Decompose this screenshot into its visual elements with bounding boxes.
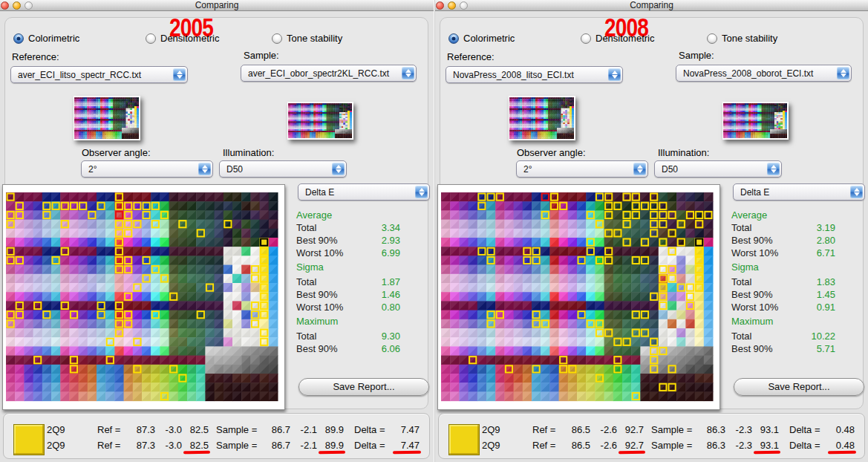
ref-l-value: 86.5 — [564, 424, 590, 435]
section-maximum: Maximum — [731, 315, 835, 328]
color-chart-canvas[interactable] — [438, 185, 719, 409]
sample-label: Sample: — [679, 50, 714, 61]
close-button-icon[interactable] — [436, 1, 444, 10]
sample-chart-thumbnail — [722, 102, 789, 140]
reference-select[interactable]: aver_ECI_litso_spectr_RCC.txt — [10, 66, 188, 83]
radio-button-icon[interactable] — [581, 33, 591, 44]
illumination-label: Illumination: — [658, 147, 709, 158]
save-report-button[interactable]: Save Report... — [298, 378, 429, 396]
stat-value: 6.99 — [382, 247, 400, 259]
patch-detail-rows: 2Q9 Ref = 87.3 -3.0 82.5 Sample = 86.7 -… — [47, 422, 420, 453]
zoom-button-icon[interactable] — [460, 1, 468, 10]
stat-value: 2.93 — [382, 234, 400, 247]
stat-row: Best 90%1.46 — [296, 288, 400, 301]
title-bar[interactable]: Comparing — [435, 0, 868, 11]
observer-angle-select[interactable]: 2° — [81, 160, 213, 178]
sample-a-value: -2.3 — [725, 424, 752, 435]
delta-label: Delta = — [354, 440, 391, 451]
patch-detail-row: 2Q9 Ref = 87.3 -3.0 82.5 Sample = 86.7 -… — [47, 422, 420, 437]
radio-button-icon[interactable] — [272, 33, 282, 44]
popup-arrows-icon — [332, 163, 345, 175]
stat-label: Total — [296, 221, 316, 234]
color-chart-canvas[interactable] — [3, 185, 284, 409]
stat-value: 1.87 — [382, 276, 400, 288]
sample-l-value: 86.7 — [264, 440, 290, 451]
patch-color-swatch — [13, 424, 45, 455]
ref-label: Ref = — [97, 440, 128, 451]
patch-id: 2Q9 — [47, 424, 94, 435]
statistics-panel: Average Total3.19 Best 90%2.80 Worst 10%… — [731, 207, 835, 355]
observer-angle-value: 2° — [523, 164, 532, 175]
delta-value annotation-underline: 0.48 — [826, 440, 855, 451]
radio-label: Densitometric — [160, 33, 219, 44]
statistics-panel: Average Total3.34 Best 90%2.93 Worst 10%… — [296, 207, 400, 355]
patch-id: 2Q9 — [482, 440, 529, 451]
ref-label: Ref = — [97, 424, 128, 435]
stat-row: Best 90%1.45 — [731, 288, 835, 301]
patch-id: 2Q9 — [482, 424, 529, 435]
section-sigma: Sigma — [731, 261, 835, 273]
radio-label: Tone stability — [287, 33, 342, 44]
radio-tone-stability[interactable]: Tone stability — [707, 33, 777, 44]
illumination-value: D50 — [662, 164, 678, 175]
radio-densitometric[interactable]: Densitometric — [146, 33, 219, 44]
sample-select[interactable]: aver_ECI_obor_spectr2KL_RCC.txt — [241, 65, 417, 82]
illumination-label: Illumination: — [223, 147, 274, 158]
zoom-button-icon[interactable] — [25, 1, 33, 10]
observer-angle-select[interactable]: 2° — [516, 160, 648, 178]
stat-value: 10.22 — [811, 330, 835, 342]
delta-value: 7.47 — [391, 424, 420, 435]
stat-label: Total — [731, 276, 751, 288]
patch-detail-rows: 2Q9 Ref = 86.5 -2.6 92.7 Sample = 86.3 -… — [482, 422, 855, 453]
ref-a-value: -3.0 — [155, 440, 182, 451]
patch-detail-row: 2Q9 Ref = 87.3 -3.0 82.5 Sample = 86.7 -… — [47, 437, 420, 453]
stat-row: Total1.83 — [731, 276, 835, 288]
title-bar[interactable]: Comparing — [0, 0, 434, 11]
sample-select[interactable]: NovaPress_2008_oborot_ECI.txt — [676, 65, 852, 82]
sample-a-value: -2.1 — [290, 440, 317, 451]
close-button-icon[interactable] — [1, 1, 9, 10]
stat-row: Worst 10%0.80 — [296, 301, 400, 313]
radio-button-icon[interactable] — [448, 33, 459, 44]
sample-chart-thumbnail — [287, 102, 353, 140]
sample-a-value: -2.1 — [290, 424, 317, 435]
radio-tone-stability[interactable]: Tone stability — [272, 33, 342, 44]
ref-b-value: 92.7 — [617, 424, 644, 435]
stat-label: Worst 10% — [296, 301, 343, 313]
sample-l-value: 86.3 — [699, 440, 725, 451]
stat-row: Total3.19 — [731, 221, 835, 234]
ref-a-value: -3.0 — [155, 424, 182, 435]
metric-select[interactable]: Delta E — [298, 183, 430, 201]
radio-densitometric[interactable]: Densitometric — [581, 33, 654, 44]
sample-label: Sample = — [216, 424, 264, 435]
stat-value: 1.46 — [382, 288, 400, 301]
ref-l-value: 87.3 — [128, 440, 155, 451]
stat-value: 1.83 — [817, 276, 835, 288]
ref-b-value: 82.5 — [182, 424, 209, 435]
illumination-select[interactable]: D50 — [654, 160, 782, 178]
comparing-window: Comparing 2008 Colorimetric Densitometri… — [434, 0, 868, 462]
ref-b-value annotation-underline: 82.5 — [182, 440, 209, 451]
minimize-button-icon[interactable] — [13, 1, 21, 10]
minimize-button-icon[interactable] — [448, 1, 456, 10]
chart-panel — [2, 184, 285, 410]
sample-label: Sample: — [244, 50, 279, 61]
stat-label: Best 90% — [296, 342, 338, 355]
stat-value: 9.30 — [382, 330, 400, 342]
reference-select[interactable]: NovaPress_2008_litso_ECI.txt — [446, 66, 623, 83]
radio-colorimetric[interactable]: Colorimetric — [448, 33, 515, 44]
stat-label: Best 90% — [731, 234, 773, 247]
illumination-select[interactable]: D50 — [219, 160, 347, 178]
stat-value: 6.71 — [817, 247, 835, 259]
observer-angle-label: Observer angle: — [82, 147, 151, 158]
metric-select[interactable]: Delta E — [733, 183, 865, 201]
radio-button-icon[interactable] — [13, 33, 24, 44]
radio-button-icon[interactable] — [146, 33, 156, 44]
reference-chart-thumbnail — [509, 96, 575, 140]
radio-button-icon[interactable] — [707, 33, 717, 44]
chart-panel — [437, 184, 720, 410]
radio-colorimetric[interactable]: Colorimetric — [13, 33, 79, 44]
save-report-button[interactable]: Save Report... — [734, 378, 864, 396]
popup-arrows-icon — [633, 163, 646, 175]
popup-arrows-icon — [850, 186, 863, 198]
